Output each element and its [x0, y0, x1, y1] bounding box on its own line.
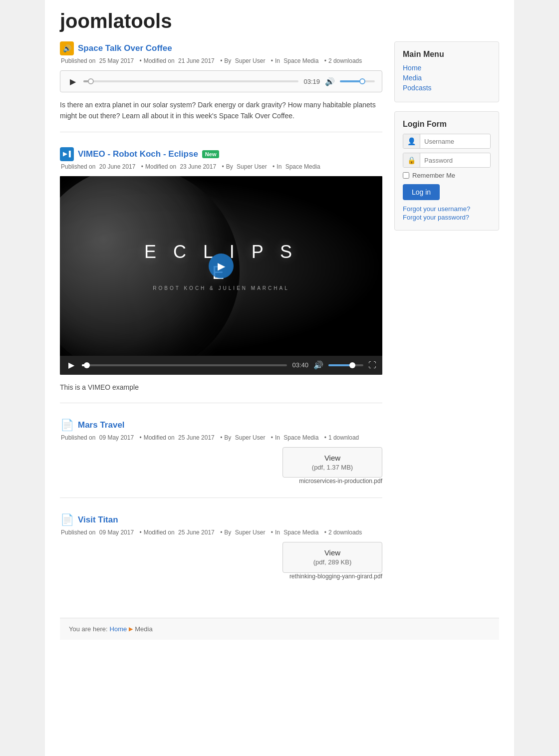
audio-icon: 🔊: [60, 41, 74, 55]
remember-label: Remember Me: [412, 172, 455, 179]
pdf-icon-titan: 📄: [60, 513, 74, 527]
article-description-vimeo: This is a VIMEO example: [60, 382, 382, 393]
audio-time: 03:19: [303, 78, 320, 85]
login-button[interactable]: Log in: [403, 184, 440, 200]
article-space-talk: 🔊 Space Talk Over Coffee Published on 25…: [60, 41, 382, 132]
video-volume-icon: 🔊: [313, 360, 323, 370]
article-description-space-talk: Is there an extra planet in our solar sy…: [60, 99, 382, 122]
view-label-mars: View: [303, 453, 362, 463]
article-visit-titan: 📄 Visit Titan Published on 09 May 2017 M…: [60, 513, 382, 592]
sidebar: Main Menu Home Media Podcasts Login Form…: [394, 41, 499, 608]
username-field-container: 👤: [403, 134, 491, 149]
article-link-mars[interactable]: Mars Travel: [78, 420, 125, 430]
content-area: 🔊 Space Talk Over Coffee Published on 25…: [60, 41, 382, 608]
breadcrumb-prefix: You are here:: [69, 625, 108, 633]
password-field-container: 🔒: [403, 153, 491, 168]
breadcrumb-bar: You are here: Home ▶ Media: [60, 618, 499, 640]
sidebar-item-podcasts[interactable]: Podcasts: [403, 84, 491, 92]
login-form-widget: Login Form 👤 🔒 Remember Me Log in Forgot…: [394, 111, 499, 231]
password-input[interactable]: [420, 154, 490, 167]
sidebar-item-media[interactable]: Media: [403, 74, 491, 82]
article-title-vimeo: ▶▐ VIMEO - Robot Koch - Eclipse New: [60, 147, 382, 161]
article-link-space-talk[interactable]: Space Talk Over Coffee: [78, 43, 172, 53]
sidebar-item-home[interactable]: Home: [403, 64, 491, 72]
username-input[interactable]: [420, 135, 490, 148]
video-time: 03:40: [292, 361, 308, 369]
view-button-mars[interactable]: View (pdf, 1.37 MB): [282, 447, 382, 478]
main-menu-widget: Main Menu Home Media Podcasts: [394, 41, 499, 102]
remember-row: Remember Me: [403, 172, 491, 179]
audio-play-button[interactable]: ▶: [67, 76, 78, 87]
view-sublabel-mars: (pdf, 1.37 MB): [303, 463, 362, 472]
video-icon: ▶▐: [60, 147, 74, 161]
video-frame: E C L I P S E ROBOT KOCH & JULIEN MARCHA…: [60, 176, 382, 356]
new-badge: New: [202, 150, 220, 158]
main-menu-title: Main Menu: [403, 50, 491, 59]
lock-icon: 🔒: [403, 153, 420, 167]
article-meta-titan: Published on 09 May 2017 Modified on 25 …: [60, 529, 382, 536]
article-title-space-talk: 🔊 Space Talk Over Coffee: [60, 41, 382, 55]
video-volume-bar[interactable]: [328, 364, 363, 366]
video-play-button[interactable]: ▶: [209, 253, 234, 278]
view-sublabel-titan: (pdf, 289 KB): [303, 558, 362, 567]
forgot-username-link[interactable]: Forgot your username?: [403, 205, 491, 213]
pdf-icon-mars: 📄: [60, 418, 74, 432]
view-btn-container-mars: View (pdf, 1.37 MB) microservices-in-pro…: [60, 447, 382, 485]
filename-mars: microservices-in-production.pdf: [299, 478, 382, 485]
article-vimeo-eclipse: ▶▐ VIMEO - Robot Koch - Eclipse New Publ…: [60, 147, 382, 403]
user-icon: 👤: [403, 134, 420, 148]
video-controls-bar: ▶ 03:40 🔊 ⛶: [60, 356, 382, 375]
video-progress-bar[interactable]: [82, 364, 287, 366]
video-play-control[interactable]: ▶: [66, 360, 77, 371]
filename-titan: rethinking-blogging-yann-girard.pdf: [289, 573, 382, 580]
audio-progress-bar[interactable]: [83, 80, 298, 82]
breadcrumb-current: Media: [135, 625, 152, 633]
article-link-titan[interactable]: Visit Titan: [78, 515, 118, 525]
volume-icon: 🔊: [325, 77, 335, 86]
eclipse-subtitle: ROBOT KOCH & JULIEN MARCHAL: [141, 285, 302, 290]
fullscreen-button[interactable]: ⛶: [368, 361, 376, 370]
view-btn-container-titan: View (pdf, 289 KB) rethinking-blogging-y…: [60, 542, 382, 579]
breadcrumb-home[interactable]: Home: [110, 625, 127, 633]
article-meta-mars: Published on 09 May 2017 Modified on 25 …: [60, 434, 382, 441]
article-meta-space-talk: Published on 25 May 2017 Modified on 21 …: [60, 57, 382, 64]
forgot-password-link[interactable]: Forgot your password?: [403, 214, 491, 221]
audio-player: ▶ 03:19 🔊: [60, 70, 382, 92]
video-container: E C L I P S E ROBOT KOCH & JULIEN MARCHA…: [60, 176, 382, 375]
article-title-mars: 📄 Mars Travel: [60, 418, 382, 432]
article-mars-travel: 📄 Mars Travel Published on 09 May 2017 M…: [60, 418, 382, 498]
login-form-title: Login Form: [403, 120, 491, 129]
audio-volume-bar[interactable]: [340, 80, 375, 82]
forgot-links: Forgot your username? Forgot your passwo…: [403, 205, 491, 221]
article-link-vimeo[interactable]: VIMEO - Robot Koch - Eclipse: [78, 149, 198, 159]
article-meta-vimeo: Published on 20 June 2017 Modified on 23…: [60, 163, 382, 170]
view-label-titan: View: [303, 547, 362, 558]
remember-checkbox[interactable]: [403, 172, 409, 179]
site-title: joomlatools: [60, 10, 499, 32]
article-title-titan: 📄 Visit Titan: [60, 513, 382, 527]
breadcrumb-arrow: ▶: [129, 626, 133, 632]
view-button-titan[interactable]: View (pdf, 289 KB): [282, 542, 382, 572]
main-menu-nav: Home Media Podcasts: [403, 64, 491, 92]
